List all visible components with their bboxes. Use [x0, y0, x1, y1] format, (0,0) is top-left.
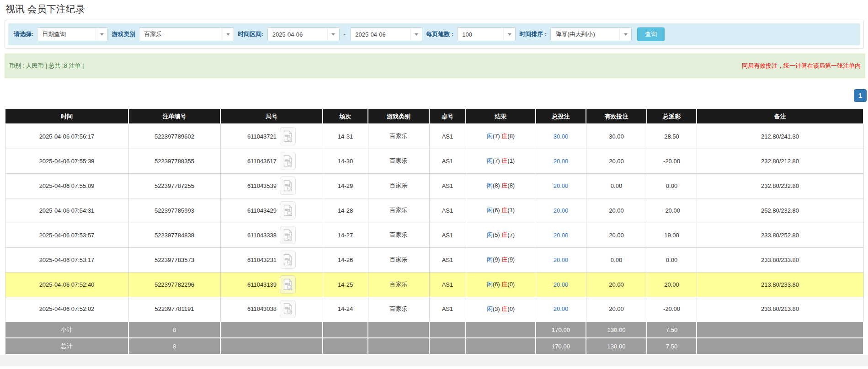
bet-id-cell: 522397781191: [128, 297, 220, 321]
game-type-cell: 百家乐: [368, 173, 429, 198]
video-replay-button[interactable]: [280, 275, 296, 294]
video-replay-button[interactable]: [280, 152, 296, 170]
currency-summary-bar: 币别 : 人民币 | 总共 :8 注单 | 同局有效投注，统一计算在该局第一张注…: [5, 53, 865, 78]
page-title: 视讯 会员下注纪录: [0, 3, 868, 16]
total-bet-link[interactable]: 20.00: [554, 158, 569, 165]
game-type-cell: 百家乐: [368, 247, 429, 272]
total-bet-link[interactable]: 20.00: [554, 232, 569, 239]
game-type-select[interactable]: 百家乐: [139, 27, 234, 41]
video-replay-button[interactable]: [280, 251, 296, 269]
session-cell: 14-29: [323, 173, 368, 198]
remark-cell: 252.80/232.80: [697, 198, 863, 223]
result-cell: 闲(5) 庄(7): [466, 223, 536, 247]
chevron-down-icon: [96, 28, 107, 41]
total-bet-link[interactable]: 20.00: [554, 207, 569, 214]
player-label: 闲: [487, 157, 493, 164]
result-cell: 闲(9) 庄(9): [466, 247, 536, 272]
summary-cell: [466, 338, 536, 354]
player-score: (7): [493, 157, 500, 164]
column-header: 注单编号: [128, 109, 220, 124]
column-header: 总派彩: [647, 109, 697, 124]
total-bet-link[interactable]: 30.00: [554, 133, 569, 140]
table-number-cell: AS1: [429, 223, 466, 247]
video-replay-button[interactable]: [280, 127, 296, 145]
time-cell: 2025-04-06 07:53:17: [5, 247, 128, 272]
table-row: 2025-04-06 07:53:17 522397783573 6110432…: [5, 247, 863, 272]
player-label: 闲: [487, 305, 493, 312]
summary-cell: [220, 321, 323, 338]
sort-order-select[interactable]: 降幂(由大到小): [550, 27, 632, 41]
round-id: 611043338: [247, 232, 277, 239]
total-bet-link[interactable]: 20.00: [554, 182, 569, 189]
column-header: 结果: [466, 109, 536, 124]
total-row: 总计8170.00130.007.50: [5, 338, 863, 354]
summary-cell: 小计: [5, 321, 128, 338]
page-1-button[interactable]: 1: [854, 89, 867, 102]
date-from-select[interactable]: 2025-04-06: [267, 27, 340, 41]
summary-cell: [220, 338, 323, 354]
summary-cell: 130.00: [586, 338, 647, 354]
result-cell: 闲(6) 庄(0): [466, 272, 536, 297]
valid-bet-cell: 20.00: [586, 223, 647, 247]
video-replay-button[interactable]: [280, 300, 296, 318]
filter-bar: 请选择: 日期查询 游戏类别 百家乐 时间区间: 2025-04-06 ~ 20…: [8, 23, 860, 45]
summary-cell: [429, 338, 466, 354]
player-label: 闲: [487, 256, 493, 263]
player-score: (6): [493, 207, 500, 214]
summary-cell: [323, 321, 368, 338]
time-cell: 2025-04-06 07:54:31: [5, 198, 128, 223]
page-size-label: 每页笔数 :: [426, 30, 453, 38]
video-file-icon: [283, 229, 293, 241]
payout-cell: 0.00: [647, 247, 697, 272]
summary-cell: 总计: [5, 338, 128, 354]
remark-cell: 233.80/233.80: [697, 247, 863, 272]
summary-cell: 130.00: [586, 321, 647, 338]
round-cell: 611043539: [220, 173, 323, 198]
valid-bet-cell: 20.00: [586, 198, 647, 223]
date-to-select[interactable]: 2025-04-06: [350, 27, 422, 41]
summary-cell: [466, 321, 536, 338]
player-score: (9): [493, 256, 500, 263]
column-header: 总投注: [536, 109, 586, 124]
video-replay-button[interactable]: [280, 226, 296, 244]
table-number-cell: AS1: [429, 297, 466, 321]
search-button[interactable]: 查询: [637, 27, 665, 41]
table-row: 2025-04-06 07:53:57 522397784838 6110433…: [5, 223, 863, 247]
game-type-value: 百家乐: [139, 30, 222, 38]
total-bet-cell: 20.00: [536, 297, 586, 321]
banker-label: 庄: [501, 231, 507, 238]
summary-cell: 7.50: [647, 338, 697, 354]
total-bet-link[interactable]: 20.00: [554, 257, 569, 263]
bottom-strip: [0, 355, 868, 366]
summary-cell: [368, 321, 429, 338]
game-type-cell: 百家乐: [368, 272, 429, 297]
banker-score: (1): [507, 207, 515, 214]
banker-label: 庄: [501, 157, 507, 164]
time-cell: 2025-04-06 07:52:40: [5, 272, 128, 297]
video-replay-button[interactable]: [280, 176, 296, 195]
round-cell: 611043429: [220, 198, 323, 223]
column-header: 时间: [5, 109, 128, 124]
bet-id-cell: 522397785993: [128, 198, 220, 223]
query-type-select[interactable]: 日期查询: [37, 27, 108, 41]
table-row: 2025-04-06 07:54:31 522397785993 6110434…: [5, 198, 863, 223]
session-cell: 14-28: [323, 198, 368, 223]
table-row: 2025-04-06 07:56:17 522397789602 6110437…: [5, 124, 863, 149]
session-cell: 14-24: [323, 297, 368, 321]
total-bet-link[interactable]: 20.00: [554, 305, 569, 312]
total-bet-link[interactable]: 20.00: [554, 281, 569, 288]
round-cell: 611043338: [220, 223, 323, 247]
time-cell: 2025-04-06 07:56:17: [5, 124, 128, 149]
page-size-select[interactable]: 100: [457, 27, 516, 41]
column-header: 局号: [220, 109, 323, 124]
column-header: 游戏类别: [368, 109, 429, 124]
banker-label: 庄: [501, 182, 507, 189]
round-id: 611043429: [247, 207, 277, 214]
payout-cell: -20.00: [647, 297, 697, 321]
player-score: (6): [493, 281, 500, 288]
banker-score: (9): [507, 256, 515, 263]
table-number-cell: AS1: [429, 124, 466, 149]
query-type-value: 日期查询: [37, 30, 96, 38]
chevron-down-icon: [503, 28, 515, 41]
video-replay-button[interactable]: [280, 201, 296, 219]
